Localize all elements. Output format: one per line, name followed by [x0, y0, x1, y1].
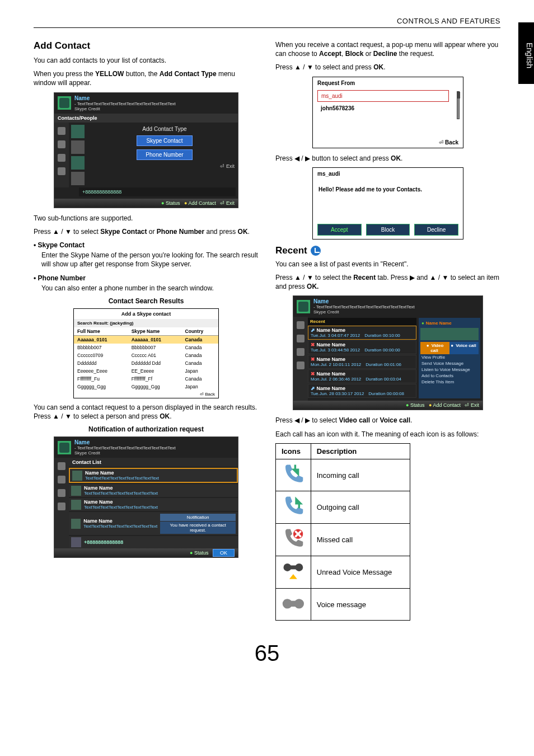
call-buttons: ● Video call ● Voice call: [420, 342, 479, 354]
voice-message-icon: [282, 608, 305, 617]
dial-icon[interactable]: [297, 348, 305, 356]
results-subtitle: Search Result: (jackyding): [74, 319, 218, 327]
contacts-icon[interactable]: [58, 462, 65, 470]
notification-popup: Notification You have received a contact…: [160, 513, 236, 534]
skype-credit-label: Skype Credit: [313, 309, 415, 314]
recent-icon[interactable]: [58, 140, 65, 148]
scrollbar[interactable]: [457, 91, 460, 119]
tab-contacts[interactable]: Contacts/People: [54, 114, 238, 123]
settings-icon[interactable]: [58, 503, 65, 510]
settings-icon[interactable]: [58, 167, 65, 175]
block-button[interactable]: Block: [366, 224, 410, 236]
sidebar-icons: [54, 123, 69, 187]
result-row[interactable]: Cccccc0709Cccccc A01Canada: [74, 351, 218, 359]
table-row: Incoming call: [276, 459, 410, 491]
press-updown: Press ▲ / ▼ to select and press OK.: [275, 63, 500, 72]
language-tab: English: [518, 22, 534, 84]
avatar-icon: [72, 471, 82, 481]
menu-send-voice[interactable]: Send Voice Message: [420, 360, 479, 367]
select-skype-or-phone: Press ▲ / ▼ to select Skype Contact or P…: [34, 227, 259, 236]
contact-row[interactable]: Name NameTextTextTextTextTextTextTextTex…: [69, 498, 238, 511]
result-row[interactable]: Bbbbbb007Bbbbbb007Canada: [74, 344, 218, 351]
popup-avatar: [420, 328, 479, 340]
result-row[interactable]: Gggggg_GggGggggg_GggJapan: [74, 383, 218, 391]
notification-body: You have received a contact request.: [160, 522, 236, 534]
voice-call-button[interactable]: ● Voice call: [449, 342, 479, 354]
recent-context-popup: ●Name Name ● Video call ● Voice call Vie…: [419, 318, 480, 398]
menu-add-contacts[interactable]: Add to Contacts: [420, 373, 479, 379]
dial-icon[interactable]: [58, 489, 65, 497]
yellow-btn-sentence: When you press the YELLOW button, the Ad…: [34, 69, 259, 87]
recent-tab-label[interactable]: Recent: [308, 318, 416, 325]
result-row[interactable]: Ffffffffff_FuFfffffffff_FfCanada: [74, 375, 218, 383]
recent-heading: Recent: [275, 245, 500, 256]
contact-row[interactable]: Name NameTextTextTextTextTextTextTextTex…: [69, 468, 238, 483]
recent-icon[interactable]: [58, 476, 65, 483]
results-back: ⏎ Back: [74, 391, 218, 398]
press-leftright: Press ◀ / ▶ button to select and press O…: [275, 154, 500, 163]
phone-number-desc: You can also enter a phone number in the…: [41, 284, 259, 293]
recent-item[interactable]: ⬈ Name NameTue.Jul. 3 04:07:47 2012Durat…: [308, 326, 416, 340]
request-row[interactable]: john5678236: [317, 103, 449, 114]
skype-credit-label: Skype Credit: [74, 106, 176, 111]
menu-view-profile[interactable]: View Profile: [420, 354, 479, 360]
two-sub-functions: Two sub-functions are supported.: [34, 214, 259, 223]
results-title: Add a Skype contact: [74, 309, 218, 319]
decline-button[interactable]: Decline: [414, 224, 458, 236]
result-row[interactable]: Aaaaaa_0101Aaaaaa_0101Canada: [74, 335, 218, 344]
contact-list-header: Contact List: [69, 458, 238, 467]
contact-thumb[interactable]: [71, 125, 85, 138]
add-contact-intro: You can add contacts to your list of con…: [34, 56, 259, 65]
menu-listen-voice[interactable]: Listen to Voice Message: [420, 367, 479, 373]
bullet-skype-contact: Skype Contact: [34, 241, 259, 250]
menu-delete-item[interactable]: Delete This Item: [420, 379, 479, 385]
accept-button[interactable]: Accept: [317, 224, 362, 236]
recent-item[interactable]: ⬈ Name NameTue.Jun. 28 03:30:17 2012Dura…: [308, 384, 416, 398]
phone-row[interactable]: +8888888888888: [69, 536, 238, 548]
contact-thumb[interactable]: [71, 156, 85, 170]
contacts-icon[interactable]: [297, 321, 305, 329]
contacts-icon[interactable]: [58, 127, 65, 135]
phone-number-entry[interactable]: +8888888888888: [79, 187, 236, 196]
contact-thumb[interactable]: [71, 172, 85, 185]
request-row[interactable]: ms_audi: [317, 90, 449, 102]
avatar-icon: [71, 500, 81, 510]
recent-item[interactable]: ✖ Name NameMon.Jul. 2 06:36:46 2012Durat…: [308, 369, 416, 383]
icons-description-table: Icons Description Incoming call Outgoing…: [275, 443, 410, 621]
table-row: Unread Voice Message: [276, 556, 410, 588]
contact-row[interactable]: Name NameTextTextTextTextTextTextTextTex…: [69, 484, 238, 497]
avatar-icon: [58, 441, 71, 454]
contact-row[interactable]: Name NameTextTextTextTextTextTextTextTex…: [69, 512, 238, 535]
result-row[interactable]: Eeeeee_EeeeEE_EeeeeJapan: [74, 367, 218, 375]
each-call-sentence: Each call has an icon with it. The meani…: [275, 430, 500, 439]
caption-notification: Notification of authorization request: [34, 425, 259, 433]
screenshot-add-message: ms_audi Hello! Please add me to your Con…: [312, 167, 463, 240]
footer-bar: ● Status OK: [54, 548, 238, 557]
msg-body: Hello! Please add me to your Contacts.: [318, 183, 457, 215]
phone-icon: [71, 537, 81, 547]
recent-clock-icon: [311, 246, 321, 256]
recent-item[interactable]: ✖ Name NameMon.Jul. 2 10:01:11 2012Durat…: [308, 355, 416, 369]
screenshot-search-results: Add a Skype contact Search Result: (jack…: [73, 308, 219, 398]
recent-icon[interactable]: [297, 335, 305, 342]
screenshot-request-from: Request From ms_audi john5678236 ⏎ Back: [312, 77, 463, 148]
recent-item[interactable]: ✖ Name NameTue.Jul. 3 03:44:58 2012Durat…: [308, 340, 416, 354]
video-call-button[interactable]: ● Video call: [420, 342, 449, 354]
running-head: CONTROLS AND FEATURES: [34, 17, 500, 28]
ok-button[interactable]: OK: [213, 549, 235, 557]
table-row: Missed call: [276, 524, 410, 556]
result-row[interactable]: DddddddDdddddd DddCanada: [74, 359, 218, 367]
select-video-voice: Press ◀ / ▶ to select Video call or Voic…: [275, 416, 500, 425]
exit-hint: ⏎ Exit: [220, 163, 235, 169]
footer-bar: ● Status ● Add Contact ⏎ Exit: [293, 401, 483, 410]
col-full-name: Full Name: [74, 327, 128, 336]
contact-thumb[interactable]: [71, 140, 85, 154]
settings-icon[interactable]: [297, 361, 305, 369]
profile-name: Name: [74, 439, 176, 445]
phone-number-button[interactable]: Phone Number: [137, 149, 193, 160]
table-row: Voice message: [276, 588, 410, 621]
avatar-icon: [71, 486, 81, 496]
dial-icon[interactable]: [58, 154, 65, 162]
contact-thumbnails: [69, 123, 91, 187]
skype-contact-button[interactable]: Skype Contact: [137, 135, 193, 146]
